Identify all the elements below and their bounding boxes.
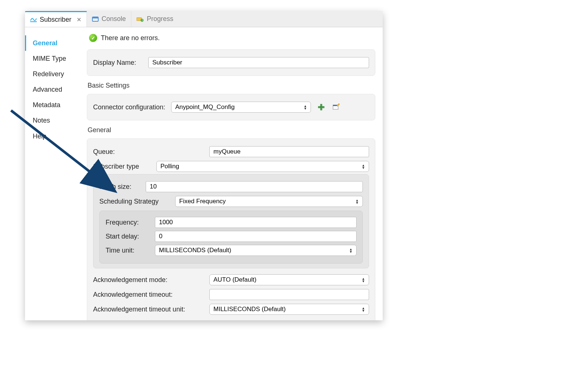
ack-timeout-unit-value: MILLISECONDS (Default)	[213, 306, 286, 313]
subscriber-type-value: Polling	[160, 163, 179, 170]
sidenav-item-advanced[interactable]: Advanced	[25, 82, 84, 97]
scheduling-strategy-value: Fixed Frequency	[179, 198, 226, 205]
panel-body: General MIME Type Redelivery Advanced Me…	[25, 27, 383, 320]
basic-settings-title: Basic Settings	[87, 80, 375, 92]
queue-label: Queue:	[93, 148, 203, 156]
ok-icon: ✓	[89, 34, 97, 42]
content-area: ✓ There are no errors. Display Name: Bas…	[84, 27, 383, 320]
status-text: There are no errors.	[101, 34, 160, 42]
chevron-updown-icon: ▲▼	[362, 307, 365, 312]
display-name-input[interactable]	[148, 57, 369, 68]
time-unit-label: Time unit:	[106, 247, 149, 254]
fixed-frequency-subgroup: Frequency: Start delay: Time unit: MILLI…	[99, 211, 363, 264]
svg-rect-0	[30, 21, 37, 22]
chevron-updown-icon: ▲▼	[349, 248, 353, 253]
general-group: Queue: Subscriber type Polling ▲▼ Fetch …	[87, 138, 375, 320]
sidenav-item-redelivery[interactable]: Redelivery	[25, 66, 84, 82]
polling-subgroup: Fetch size: Scheduling Strategy Fixed Fr…	[93, 174, 369, 268]
config-panel: Subscriber ✕ Console Progress General MI…	[25, 11, 383, 320]
queue-input[interactable]	[209, 146, 369, 157]
ack-timeout-input[interactable]	[209, 289, 369, 300]
start-delay-label: Start delay:	[106, 233, 149, 240]
ack-timeout-unit-select[interactable]: MILLISECONDS (Default) ▲▼	[209, 304, 369, 315]
progress-icon	[137, 17, 144, 22]
frequency-label: Frequency:	[106, 219, 149, 226]
svg-rect-6	[318, 106, 324, 108]
sidenav-item-notes[interactable]: Notes	[25, 113, 84, 128]
fetch-size-label: Fetch size:	[99, 183, 140, 191]
ack-timeout-unit-label: Acknowledgement timeout unit:	[93, 306, 203, 313]
tab-progress[interactable]: Progress	[131, 11, 178, 27]
general-section-title: General	[87, 124, 375, 136]
subscriber-icon	[30, 17, 37, 22]
sidenav-item-general[interactable]: General	[25, 35, 84, 51]
basic-settings-group: Connector configuration: Anypoint_MQ_Con…	[87, 94, 375, 120]
console-icon	[92, 17, 99, 22]
subscriber-type-label: Subscriber type	[93, 163, 150, 170]
time-unit-value: MILLISECONDS (Default)	[159, 247, 231, 254]
tab-label: Progress	[147, 15, 173, 23]
tab-bar: Subscriber ✕ Console Progress	[25, 11, 383, 27]
svg-rect-2	[92, 17, 98, 18]
fetch-size-input[interactable]	[146, 181, 363, 192]
close-icon[interactable]: ✕	[77, 16, 81, 23]
tab-subscriber[interactable]: Subscriber ✕	[25, 11, 87, 27]
ack-mode-value: AUTO (Default)	[213, 276, 256, 283]
display-name-label: Display Name:	[93, 59, 142, 67]
ack-timeout-label: Acknowledgement timeout:	[93, 291, 203, 299]
tab-label: Subscriber	[40, 16, 71, 24]
sidenav-item-metadata[interactable]: Metadata	[25, 97, 84, 113]
frequency-input[interactable]	[155, 217, 357, 228]
chevron-updown-icon: ▲▼	[355, 199, 359, 204]
connector-config-select[interactable]: Anypoint_MQ_Config ▲▼	[171, 102, 311, 113]
tab-console[interactable]: Console	[87, 11, 131, 27]
status-row: ✓ There are no errors.	[87, 32, 375, 47]
sidenav-item-mime-type[interactable]: MIME Type	[25, 51, 84, 66]
edit-config-button[interactable]	[332, 103, 340, 112]
time-unit-select[interactable]: MILLISECONDS (Default) ▲▼	[155, 245, 357, 256]
chevron-updown-icon: ▲▼	[362, 164, 365, 169]
sidenav-item-help[interactable]: Help	[25, 128, 84, 144]
connector-config-value: Anypoint_MQ_Config	[175, 103, 235, 111]
chevron-updown-icon: ▲▼	[362, 278, 365, 282]
scheduling-strategy-select[interactable]: Fixed Frequency ▲▼	[175, 196, 363, 207]
side-nav: General MIME Type Redelivery Advanced Me…	[25, 27, 84, 320]
tab-label: Console	[102, 15, 126, 23]
add-config-button[interactable]	[317, 103, 326, 112]
start-delay-input[interactable]	[155, 231, 357, 242]
ack-mode-select[interactable]: AUTO (Default) ▲▼	[209, 274, 369, 285]
connector-config-label: Connector configuration:	[93, 103, 165, 111]
ack-mode-label: Acknowledgement mode:	[93, 276, 203, 284]
chevron-updown-icon: ▲▼	[304, 105, 307, 110]
scheduling-strategy-label: Scheduling Strategy	[99, 198, 169, 205]
subscriber-type-select[interactable]: Polling ▲▼	[156, 161, 369, 172]
display-name-group: Display Name:	[87, 49, 375, 76]
